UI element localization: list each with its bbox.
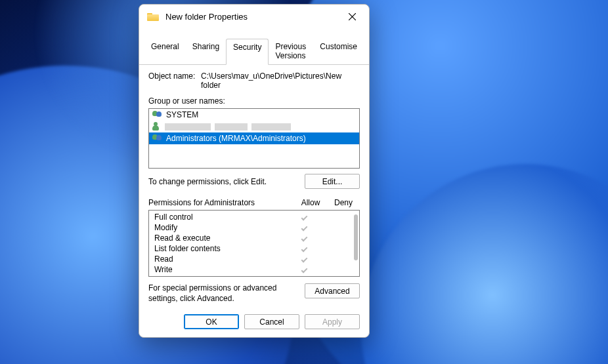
- group-user-listbox[interactable]: SYSTEM Administrators (MRMAX\Administrat…: [148, 108, 360, 169]
- object-name-label: Object name:: [148, 71, 201, 90]
- list-item-label: SYSTEM: [166, 110, 198, 119]
- table-row[interactable]: List folder contents: [149, 243, 359, 254]
- tab-sharing[interactable]: Sharing: [186, 39, 226, 64]
- folder-icon: [147, 12, 159, 21]
- permission-name: Modify: [154, 223, 288, 232]
- permission-name: Read & execute: [154, 233, 288, 243]
- allow-cell: [288, 212, 321, 222]
- security-tab-content: Object name: C:\Users\mav_u\OneDrive\Pic…: [139, 65, 369, 309]
- tab-previous-versions[interactable]: Previous Versions: [269, 39, 313, 64]
- list-item[interactable]: SYSTEM: [149, 109, 359, 121]
- apply-button[interactable]: Apply: [305, 314, 360, 329]
- check-icon: [301, 214, 309, 220]
- table-row[interactable]: Read: [149, 254, 359, 264]
- edit-hint-text: To change permissions, click Edit.: [148, 177, 305, 186]
- allow-cell: [288, 244, 321, 253]
- object-name-row: Object name: C:\Users\mav_u\OneDrive\Pic…: [148, 71, 360, 90]
- list-item[interactable]: Administrators (MRMAX\Administrators): [149, 132, 359, 144]
- object-name-value: C:\Users\mav_u\OneDrive\Pictures\New fol…: [201, 71, 360, 90]
- tab-strip: General Sharing Security Previous Versio…: [139, 28, 369, 65]
- users-icon: [152, 110, 163, 119]
- allow-cell: [288, 233, 321, 243]
- scrollbar-thumb[interactable]: [354, 214, 358, 260]
- permission-name: Read: [154, 254, 288, 264]
- permission-name: List folder contents: [154, 244, 288, 253]
- cancel-button[interactable]: Cancel: [244, 314, 299, 329]
- table-row[interactable]: Full control: [149, 212, 359, 222]
- permission-name: Write: [154, 265, 288, 274]
- properties-dialog: New folder Properties General Sharing Se…: [139, 4, 370, 338]
- table-row[interactable]: Read & execute: [149, 233, 359, 243]
- allow-cell: [288, 254, 321, 264]
- ok-button[interactable]: OK: [184, 314, 239, 329]
- edit-button[interactable]: Edit...: [305, 174, 360, 189]
- advanced-hint-text: For special permissions or advanced sett…: [148, 283, 305, 304]
- check-icon: [301, 246, 309, 251]
- permission-name: Full control: [154, 212, 288, 222]
- redacted-text: [165, 123, 211, 131]
- table-row[interactable]: Write: [149, 264, 359, 275]
- allow-cell: [288, 223, 321, 232]
- dialog-footer: OK Cancel Apply: [139, 309, 369, 337]
- redacted-text: [215, 123, 248, 131]
- tab-customise[interactable]: Customise: [313, 39, 364, 64]
- user-icon: [152, 122, 162, 131]
- check-icon: [301, 267, 309, 272]
- table-row[interactable]: Modify: [149, 222, 359, 233]
- permissions-listbox[interactable]: Full controlModifyRead & executeList fol…: [148, 210, 360, 277]
- redacted-text: [251, 123, 291, 131]
- check-icon: [301, 256, 309, 262]
- permissions-label: Permissions for Administrators: [148, 198, 294, 207]
- check-icon: [301, 225, 309, 230]
- allow-cell: [288, 265, 321, 274]
- check-icon: [301, 235, 309, 241]
- list-item[interactable]: [149, 121, 359, 132]
- tab-security[interactable]: Security: [226, 39, 269, 65]
- group-user-label: Group or user names:: [148, 96, 360, 106]
- deny-header: Deny: [327, 198, 360, 207]
- close-button[interactable]: [340, 7, 364, 26]
- tab-general[interactable]: General: [144, 39, 186, 64]
- window-title: New folder Properties: [165, 12, 340, 22]
- titlebar[interactable]: New folder Properties: [139, 5, 369, 28]
- users-icon: [152, 134, 163, 143]
- advanced-button[interactable]: Advanced: [305, 283, 360, 298]
- allow-header: Allow: [294, 198, 327, 207]
- list-item-label: Administrators (MRMAX\Administrators): [166, 134, 306, 143]
